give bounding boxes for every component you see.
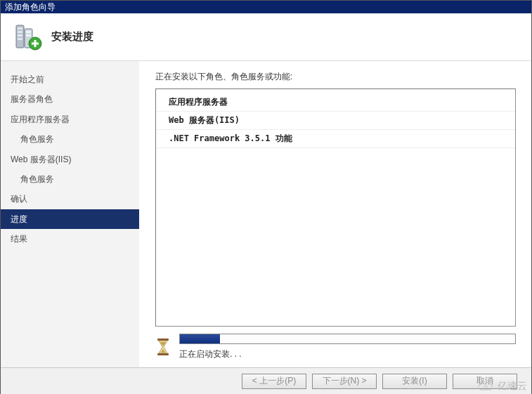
next-button[interactable]: 下一步(N) >: [312, 374, 377, 389]
svg-rect-7: [26, 34, 31, 37]
install-label: 正在安装以下角色、角色服务或功能:: [155, 71, 516, 83]
sidebar-step: 角色服务: [1, 169, 139, 189]
roles-listbox: 应用程序服务器Web 服务器(IIS).NET Framework 3.5.1 …: [155, 88, 516, 327]
sidebar-step: 确认: [1, 189, 139, 209]
sidebar-step: 应用程序服务器: [1, 110, 139, 129]
progress-status-text: 正在启动安装. . .: [179, 348, 516, 360]
wizard-footer: < 上一步(P) 下一步(N) > 安装(I) 取消: [1, 367, 531, 394]
wizard-body: 开始之前服务器角色应用程序服务器角色服务Web 服务器(IIS)角色服务确认进度…: [1, 61, 531, 367]
svg-rect-6: [26, 31, 31, 33]
sidebar-step: 结果: [1, 229, 139, 249]
svg-rect-12: [157, 353, 169, 355]
progress-row: 正在启动安装. . .: [155, 334, 516, 360]
svg-rect-4: [18, 38, 22, 40]
role-item: Web 服务器(IIS): [156, 112, 515, 130]
window-title: 添加角色向导: [5, 2, 56, 12]
svg-rect-11: [157, 339, 169, 341]
svg-rect-10: [32, 42, 39, 44]
cancel-button[interactable]: 取消: [453, 374, 517, 389]
wizard-header: 安装进度: [1, 13, 531, 61]
install-progressbar: [179, 334, 516, 344]
svg-rect-2: [18, 31, 22, 33]
sidebar-step: 进度: [1, 209, 139, 229]
server-role-icon: [13, 22, 43, 52]
role-item: 应用程序服务器: [156, 93, 515, 112]
sidebar-step: 开始之前: [1, 70, 139, 89]
progress-fill: [180, 334, 220, 343]
window-titlebar: 添加角色向导: [1, 1, 531, 13]
role-item: .NET Framework 3.5.1 功能: [156, 130, 515, 148]
wizard-steps-sidebar: 开始之前服务器角色应用程序服务器角色服务Web 服务器(IIS)角色服务确认进度…: [1, 61, 140, 367]
sidebar-step: Web 服务器(IIS): [1, 150, 139, 169]
svg-rect-3: [18, 34, 22, 37]
svg-rect-1: [18, 27, 22, 29]
page-title: 安装进度: [51, 30, 93, 44]
sidebar-step: 角色服务: [1, 129, 139, 149]
content-panel: 正在安装以下角色、角色服务或功能: 应用程序服务器Web 服务器(IIS).NE…: [140, 61, 531, 367]
previous-button[interactable]: < 上一步(P): [242, 374, 306, 389]
sidebar-step: 服务器角色: [1, 89, 139, 109]
install-button[interactable]: 安装(I): [382, 374, 447, 389]
hourglass-icon: [155, 337, 171, 357]
